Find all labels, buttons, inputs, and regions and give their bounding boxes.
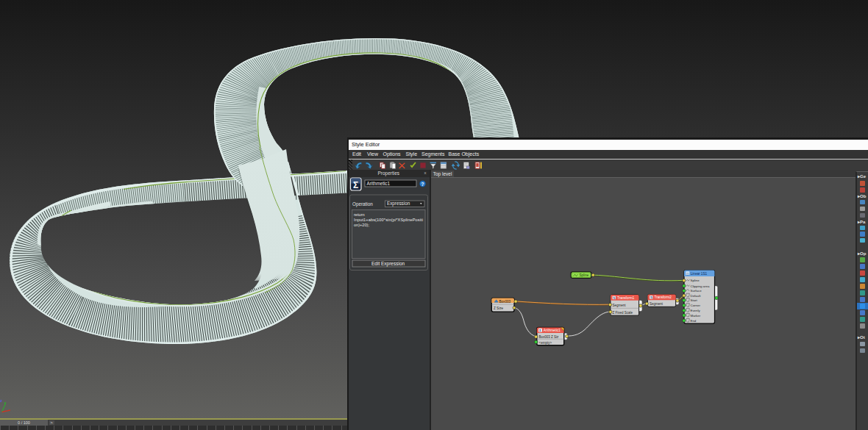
svg-text:Box003 Z Siz: Box003 Z Siz xyxy=(538,335,559,339)
svg-text:Z Fixed Scale: Z Fixed Scale xyxy=(612,311,633,315)
svg-text:Input1+abs(100*sin(pi*XSplineP: Input1+abs(100*sin(pi*XSplinePositi xyxy=(354,218,423,222)
svg-text:on)+20);: on)+20); xyxy=(354,222,369,226)
svg-text:Start: Start xyxy=(690,299,697,303)
svg-text:Operation: Operation xyxy=(352,201,373,207)
svg-text:Default: Default xyxy=(690,294,701,298)
svg-text:Corner: Corner xyxy=(690,304,700,307)
svg-text:Segment: Segment xyxy=(612,304,626,307)
svg-text:Edit Expression: Edit Expression xyxy=(371,260,405,266)
svg-text:Surface: Surface xyxy=(690,289,702,293)
svg-text:Box003: Box003 xyxy=(499,300,511,304)
svg-text:◫: ◫ xyxy=(686,272,689,276)
svg-text:Transform2: Transform2 xyxy=(654,296,672,300)
svg-text:Arithmetic1: Arithmetic1 xyxy=(367,181,391,186)
svg-text:Arithmetic1: Arithmetic1 xyxy=(543,329,560,333)
svg-text:z: z xyxy=(0,398,2,403)
svg-text:<empty>: <empty> xyxy=(538,341,552,345)
svg-text:End: End xyxy=(690,319,696,323)
svg-text:Expression: Expression xyxy=(387,201,410,207)
svg-text:Σ: Σ xyxy=(353,179,358,190)
svg-text:Evenly: Evenly xyxy=(690,309,700,312)
svg-text:?: ? xyxy=(421,181,424,186)
svg-text:Σ: Σ xyxy=(539,329,541,332)
svg-text:Spline: Spline xyxy=(690,279,700,283)
svg-text:return: return xyxy=(354,212,365,217)
svg-text:Spline: Spline xyxy=(579,273,588,277)
svg-text:Transform1: Transform1 xyxy=(617,296,635,300)
svg-text:Clipping area: Clipping area xyxy=(690,284,709,288)
svg-text:Linear 1S1: Linear 1S1 xyxy=(690,272,707,276)
svg-text:Segment: Segment xyxy=(649,302,663,306)
svg-text:Marker: Marker xyxy=(690,314,700,318)
svg-text:Z Size: Z Size xyxy=(494,307,503,311)
